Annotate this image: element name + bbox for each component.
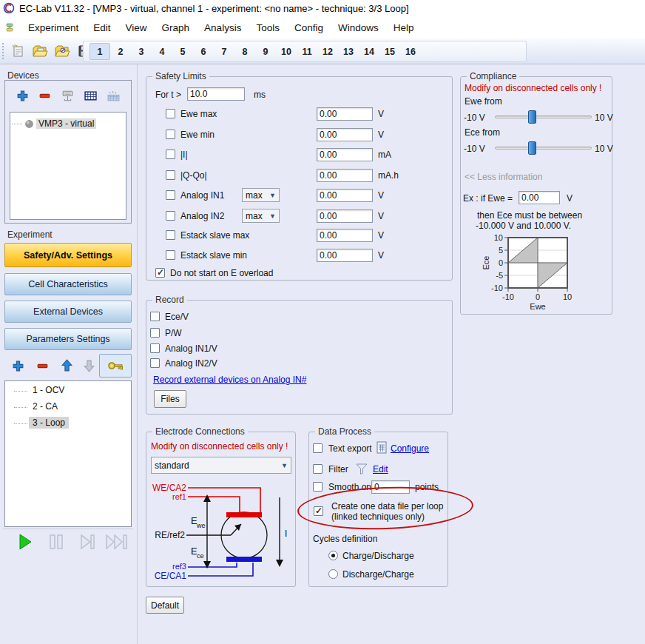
ewe-slider-handle[interactable] [528,110,536,124]
channel-button-5[interactable]: 5 [172,43,193,60]
record-power-checkbox[interactable] [150,328,160,338]
charge-limit-input[interactable] [317,169,373,182]
ece-slider-track[interactable] [495,147,592,150]
for-t-label: For t > [155,90,181,100]
current-limit-checkbox[interactable] [166,150,175,159]
connection-mode-select[interactable]: standard▼ [151,457,291,474]
charge-discharge-radio[interactable] [328,551,338,560]
menu-view[interactable]: View [118,22,155,33]
estack-min-checkbox[interactable] [166,250,175,260]
technique-item-loop[interactable]: 3 - Loop [29,417,69,428]
next-technique-icon[interactable] [78,534,96,550]
add-technique-icon[interactable] [12,360,24,372]
new-document-icon[interactable] [9,42,27,60]
files-button[interactable]: Files [154,390,186,408]
channel-button-2[interactable]: 2 [110,43,131,60]
analog-in1-mode-select[interactable]: max▼ [242,188,280,202]
nav-parameters-settings[interactable]: Parameters Settings [4,328,132,350]
channel-button-7[interactable]: 7 [214,43,234,60]
channel-button-15[interactable]: 15 [379,43,400,60]
charge-discharge-label: Charge/Discharge [342,551,414,561]
move-down-icon[interactable] [83,359,95,372]
menu-windows[interactable]: Windows [331,22,386,33]
nav-safety-adv-settings[interactable]: Safety/Adv. Settings [4,243,132,267]
toolbar-grip[interactable] [2,43,4,59]
ewe-max-input[interactable] [317,107,373,121]
add-icon[interactable] [16,90,29,102]
ece-slider-handle[interactable] [528,141,536,155]
configure-link[interactable]: Configure [391,443,429,454]
ewe-slider-track[interactable] [495,115,592,118]
channel-button-14[interactable]: 14 [359,43,379,60]
menu-tools[interactable]: Tools [249,22,287,33]
charge-limit-checkbox[interactable] [166,170,175,180]
play-icon[interactable] [18,533,33,551]
ewe-min-checkbox[interactable] [166,130,175,139]
channel-button-8[interactable]: 8 [234,43,255,60]
discharge-charge-radio[interactable] [328,569,338,579]
filter-checkbox[interactable] [313,464,322,474]
estack-max-input[interactable] [317,229,373,242]
ewe-max-checkbox[interactable] [166,109,175,118]
text-export-checkbox[interactable] [313,443,322,453]
channel-button-11[interactable]: 11 [297,43,317,60]
nav-external-devices[interactable]: External Devices [4,301,132,323]
device-tree-label[interactable]: VMP3 - virtual [36,118,96,129]
current-limit-input[interactable] [317,148,373,161]
menu-help[interactable]: Help [386,22,422,33]
filter-edit-link[interactable]: Edit [373,464,388,474]
channel-button-10[interactable]: 10 [276,43,297,60]
record-analog-in2-checkbox[interactable] [150,358,160,368]
smooth-points-input[interactable] [371,480,410,494]
estack-min-input[interactable] [317,249,373,262]
channel-button-13[interactable]: 13 [338,43,359,60]
example-ewe-input[interactable] [519,191,560,204]
modify-key-button[interactable] [99,354,132,378]
nav-cell-characteristics[interactable]: Cell Characteristics [4,273,132,295]
chevron-down-icon: ▼ [269,192,276,199]
analog-in1-checkbox[interactable] [166,190,175,200]
smooth-checkbox[interactable] [313,482,322,492]
loop-file-checkbox[interactable] [314,506,323,516]
estack-max-checkbox[interactable] [166,230,175,240]
channel-button-16[interactable]: 16 [400,43,421,60]
pause-icon[interactable] [47,534,65,550]
device-icon[interactable] [61,90,75,102]
menu-graph[interactable]: Graph [155,22,197,33]
channel-button-4[interactable]: 4 [152,43,172,60]
for-t-input[interactable] [187,87,245,101]
analog-in2-checkbox[interactable] [166,211,175,221]
device-tree-item[interactable]: VMP3 - virtual [12,118,96,129]
analog-in2-input[interactable] [317,209,373,223]
analog-in1-input[interactable] [317,189,373,202]
open-folder-icon[interactable] [31,42,49,60]
re-label: RE/ref2 [155,530,185,540]
firmware-icon[interactable] [107,90,121,102]
menu-experiment[interactable]: Experiment [21,22,86,33]
ewe-min-input[interactable] [317,128,373,141]
default-button[interactable]: Default [146,597,184,614]
record-external-devices-link[interactable]: Record external devices on Analog IN# [153,375,306,385]
channel-button-6[interactable]: 6 [193,43,214,60]
channel-button-1[interactable]: 1 [90,43,110,60]
channel-grid-icon[interactable] [84,90,97,102]
record-analog-in1-checkbox[interactable] [150,343,160,353]
technique-item-ca[interactable]: 2 - CA [29,401,61,412]
record-ece-checkbox[interactable] [150,312,160,321]
remove-technique-icon[interactable] [36,360,49,372]
channel-button-9[interactable]: 9 [255,43,276,60]
analog-in2-mode-select[interactable]: max▼ [242,209,280,223]
channel-button-3[interactable]: 3 [131,43,152,60]
import-experiment-icon[interactable] [53,42,71,60]
overload-checkbox[interactable] [155,268,165,278]
move-up-icon[interactable] [61,359,73,372]
last-technique-icon[interactable] [105,534,129,550]
technique-item-ocv[interactable]: 1 - OCV [29,385,68,395]
menu-edit[interactable]: Edit [86,22,118,33]
channel-button-12[interactable]: 12 [317,43,338,60]
y-tick: 0 [499,258,503,267]
menu-config[interactable]: Config [287,22,331,33]
remove-icon[interactable] [38,90,51,102]
menu-analysis[interactable]: Analysis [197,22,249,33]
less-information-link[interactable]: << Less information [465,172,542,182]
